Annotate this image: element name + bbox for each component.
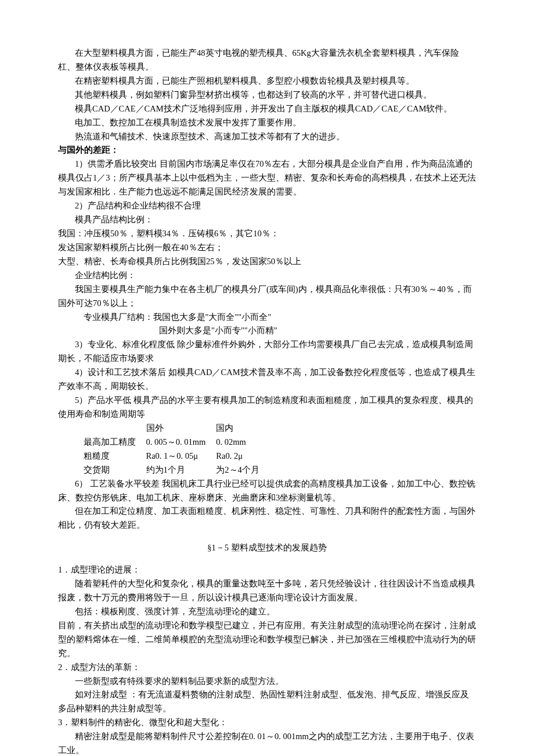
paragraph: 模具产品结构比例：: [58, 213, 476, 227]
cell: 交货期: [84, 463, 146, 477]
cell: 0. 005～0. 01mm: [146, 435, 217, 449]
paragraph: 精密注射成型是能将塑料制件尺寸公差控制在0. 01～0. 001mm之内的成型工…: [58, 730, 476, 756]
paragraph: 我国主要模具生产能力集中在各主机厂的模具分厂(或车间)内，模具商品化率很低：只有…: [58, 283, 476, 311]
paragraph: 6） 工艺装备水平较差 我国机床工具行业已经可以提供成套的高精度模具加工设备，如…: [58, 477, 476, 505]
paragraph: 1）供需矛盾比较突出 目前国内市场满足率仅在70％左右，大部分模具是企业自产自用…: [58, 157, 476, 199]
paragraph: 我国：冲压模50％，塑料模34％．压铸模6％，其它10％：: [58, 227, 476, 241]
cell: 最高加工精度: [84, 435, 146, 449]
paragraph: 模具CAD／CAE／CAM技术广泛地得到应用，并开发出了自主版权的模具CAD／C…: [58, 102, 476, 116]
cell: 粗糙度: [84, 449, 146, 463]
paragraph: 2）产品结构和企业结构很不合理: [58, 199, 476, 213]
paragraph: 其他塑料模具，例如塑料门窗异型材挤出模等，也都达到了较高的水平，并可替代进口模具…: [58, 88, 476, 102]
cell: [84, 422, 146, 435]
paragraph: 包括：模板刚度、强度计算，充型流动理论的建立。: [58, 605, 476, 619]
paragraph: 专业模具厂结构：我国也大多是"大而全""小而全": [58, 311, 476, 325]
paragraph: 在大型塑料模具方面，已能生产48英寸电视的塑壳模具、65Kg大容量洗衣机全套塑料…: [58, 46, 476, 74]
section-heading-1-5: §1－5 塑料成型技术的发展趋势: [58, 541, 476, 555]
cell: 为2～4个月: [216, 463, 270, 477]
paragraph: 在精密塑料模具方面，已能生产照相机塑料模具、多型腔小模数齿轮模具及塑封模具等。: [58, 74, 476, 88]
paragraph: 4）设计和工艺技术落后 如模具CAD／CAM技术普及率不高，加工设备数控化程度低…: [58, 366, 476, 394]
cell: 约为1个月: [146, 463, 217, 477]
section-heading-gap: 与国外的差距：: [58, 143, 476, 157]
paragraph: 国外则大多是"小而专""小而精": [58, 324, 476, 338]
paragraph: 5）产品水平低 模具产品的水平主要有模具加工的制造精度和表面粗糙度，加工模具的复…: [58, 394, 476, 422]
subheading: 2．成型方法的革新：: [58, 661, 476, 675]
table-row: 粗糙度 Ra0. 1～0. 05μ Ra0. 2μ: [84, 449, 270, 463]
table-row: 最高加工精度 0. 005～0. 01mm 0. 02mm: [84, 435, 270, 449]
paragraph: 发达国家塑料模所占比例一般在40％左右；: [58, 241, 476, 255]
paragraph: 电加工、数控加工在模具制造技术发展中发挥了重要作用。: [58, 116, 476, 130]
paragraph: 随着塑耗件的大型化和复杂化，模具的重量达数吨至十多吨，若只凭经验设计，往往因设计…: [58, 577, 476, 605]
cell: 0. 02mm: [216, 435, 270, 449]
paragraph: 热流道和气辅技术、快速原型技术、高速加工技术等都有了大的进步。: [58, 130, 476, 144]
paragraph: 大型、精密、长寿命模具所占比例我国25％，发达国家50％以上: [58, 255, 476, 269]
paragraph: 一些新型或有特殊要求的塑料制品要求新的成型方法。: [58, 675, 476, 689]
table-row: 交货期 约为1个月 为2～4个月: [84, 463, 270, 477]
cell: 国外: [146, 422, 217, 435]
paragraph: 但在加工和定位精度、加工表面粗糙度、机床刚性、稳定性、可靠性、刀具和附件的配套性…: [58, 505, 476, 532]
cell: Ra0. 2μ: [216, 449, 270, 463]
cell: 国内: [216, 422, 270, 435]
cell: Ra0. 1～0. 05μ: [146, 449, 217, 463]
subheading: 3．塑料制件的精密化、微型化和超大型化：: [58, 716, 476, 730]
subheading: 1．成型理论的进展：: [58, 563, 476, 577]
paragraph: 如对注射成型 ：有无流道凝料赘物的注射成型、热固性塑料注射成型、低发泡、排气反应…: [58, 688, 476, 716]
table-row: 国外 国内: [84, 422, 270, 435]
paragraph: 目前，有关挤出成型的流动理论和数学模型已建立，并已有应用。有关注射成型的流动理论…: [58, 619, 476, 661]
spec-table: 国外 国内 最高加工精度 0. 005～0. 01mm 0. 02mm 粗糙度 …: [84, 422, 270, 477]
paragraph: 企业结构比例：: [58, 269, 476, 283]
paragraph: 3）专业化、标准化程度低 除少量标准件外购外，大部分工作均需要模具厂自己去完成，…: [58, 338, 476, 366]
